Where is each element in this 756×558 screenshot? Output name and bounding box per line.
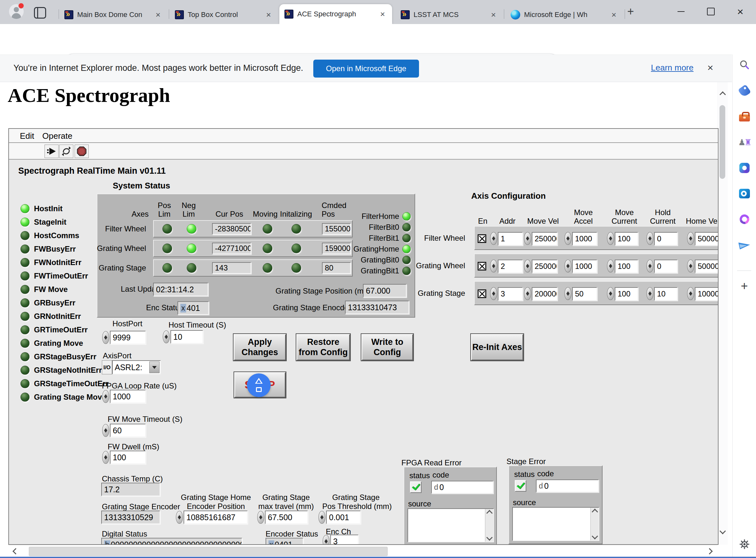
learn-more-link[interactable]: Learn more — [651, 63, 694, 73]
gs-pos-threshold-spinner[interactable] — [318, 511, 325, 524]
fpga-loop-rate-spinner[interactable] — [102, 390, 109, 403]
tab-close-icon[interactable]: × — [264, 10, 273, 20]
gs-pos-threshold-input[interactable]: 0.001 — [326, 511, 361, 524]
tab-microsoft-edge[interactable]: Microsoft Edge | Wh × — [506, 5, 623, 24]
reinit-axes-button[interactable]: Re-Init Axes — [471, 334, 523, 360]
fw-dwell-control[interactable]: 100 — [102, 451, 146, 464]
menu-operate[interactable]: Operate — [42, 131, 73, 141]
hold_current-spinner[interactable] — [646, 260, 653, 273]
hold_current-spinner[interactable] — [646, 287, 653, 300]
move_vel-input[interactable]: 250000 — [532, 260, 558, 273]
move_accel-spinner[interactable] — [564, 260, 571, 273]
move_vel-spinner[interactable] — [524, 260, 531, 273]
fw-dwell-spinner[interactable] — [102, 451, 109, 464]
banner-close-icon[interactable]: × — [704, 60, 717, 75]
fw-move-timeout-control[interactable]: 60 — [102, 424, 146, 437]
gs-pos-threshold-control[interactable]: 0.001 — [318, 511, 361, 524]
scroll-down-icon[interactable] — [486, 534, 493, 541]
shopping-icon[interactable] — [738, 85, 751, 97]
scroll-down-icon[interactable] — [720, 528, 726, 534]
addr-input[interactable]: 2 — [498, 260, 523, 273]
drop-icon[interactable] — [738, 239, 751, 251]
new-tab-button[interactable]: + — [627, 6, 634, 17]
home_vel-spinner[interactable] — [687, 287, 694, 300]
dropdown-arrow-icon[interactable] — [149, 361, 160, 373]
fw-dwell-input[interactable]: 100 — [110, 451, 146, 464]
enc-ch-control[interactable]: 3 — [323, 535, 358, 545]
tools-icon[interactable] — [738, 110, 751, 123]
move_vel-input[interactable]: 250000 — [532, 232, 558, 246]
search-icon[interactable] — [738, 59, 751, 71]
tab-close-icon[interactable]: × — [610, 10, 618, 20]
addr-input[interactable]: 3 — [498, 287, 523, 301]
menu-edit[interactable]: Edit — [20, 131, 34, 141]
fw-move-timeout-input[interactable]: 60 — [110, 424, 146, 437]
sidebar-add-icon[interactable]: + — [738, 280, 751, 292]
enable-checkbox[interactable] — [478, 234, 486, 243]
host-timeout-spinner[interactable] — [163, 330, 170, 343]
abort-button[interactable] — [75, 145, 89, 158]
run-continuous-button[interactable] — [59, 145, 73, 158]
move_current-spinner[interactable] — [607, 232, 614, 245]
tab-top-box-control[interactable]: Top Box Control × — [170, 5, 278, 24]
sidebar-settings-gear-icon[interactable] — [738, 538, 751, 550]
tab-ace-spectrograph-active[interactable]: ACE Spectrograph × — [279, 4, 392, 24]
tab-close-icon[interactable]: × — [489, 10, 498, 20]
enc-ch-input[interactable]: 3 — [330, 535, 358, 545]
hold_current-input[interactable]: 10 — [654, 287, 677, 301]
microsoft-365-icon[interactable] — [738, 162, 751, 174]
tab-close-icon[interactable]: × — [378, 9, 387, 19]
games-icon[interactable]: ♟♜ — [738, 136, 751, 148]
apply-changes-button[interactable]: Apply Changes — [234, 334, 286, 360]
write-to-config-button[interactable]: Write to Config — [361, 334, 413, 360]
run-button[interactable] — [45, 145, 59, 158]
host-timeout-control[interactable]: 10 — [163, 330, 203, 344]
axis-port-select[interactable]: ASRL2: — [112, 360, 161, 374]
fpga-loop-rate-control[interactable]: 1000 — [102, 390, 146, 403]
gs-home-enc-input[interactable]: 10885161687 — [184, 511, 248, 524]
gs-max-travel-control[interactable]: 67.500 — [257, 511, 308, 524]
horizontal-scrollbar[interactable] — [8, 545, 717, 557]
fw-move-timeout-spinner[interactable] — [102, 424, 109, 437]
gs-home-enc-spinner[interactable] — [176, 511, 183, 524]
vertical-scrollbar-thumb[interactable] — [720, 105, 725, 179]
scroll-up-icon[interactable] — [592, 509, 598, 515]
scroll-right-icon[interactable] — [706, 548, 713, 555]
addr-spinner[interactable] — [490, 287, 497, 300]
move_current-input[interactable]: 100 — [615, 232, 638, 246]
tab-main-box-dome[interactable]: Main Box Dome Con × — [59, 5, 167, 24]
move_accel-input[interactable]: 50 — [572, 287, 597, 301]
host-port-input[interactable]: 9999 — [110, 331, 146, 344]
scroll-up-icon[interactable] — [720, 91, 726, 98]
tab-actions-icon[interactable] — [34, 7, 46, 19]
home_vel-input[interactable]: 50000 — [695, 232, 719, 246]
host-port-spinner[interactable] — [102, 331, 109, 344]
loop-icon[interactable] — [738, 213, 751, 225]
enc-ch-spinner[interactable] — [323, 535, 330, 545]
scroll-left-icon[interactable] — [12, 548, 19, 555]
move_current-input[interactable]: 100 — [615, 287, 638, 301]
move_accel-input[interactable]: 1000 — [572, 232, 597, 246]
hold_current-input[interactable]: 0 — [654, 260, 677, 273]
gs-max-travel-spinner[interactable] — [257, 511, 264, 524]
addr-spinner[interactable] — [490, 232, 497, 245]
home_vel-input[interactable]: 50000 — [695, 260, 719, 273]
fpga-loop-rate-input[interactable]: 1000 — [110, 390, 146, 403]
horizontal-scrollbar-thumb[interactable] — [29, 547, 387, 556]
move_vel-spinner[interactable] — [524, 232, 531, 245]
scroll-up-icon[interactable] — [486, 510, 493, 516]
addr-spinner[interactable] — [490, 260, 497, 273]
move_accel-spinner[interactable] — [564, 287, 571, 300]
host-port-control[interactable]: 9999 — [102, 331, 146, 344]
home_vel-input[interactable]: 100000 — [695, 287, 719, 301]
restore-from-config-button[interactable]: Restore from Config — [296, 334, 350, 360]
tab-close-icon[interactable]: × — [154, 10, 162, 20]
move_current-input[interactable]: 100 — [615, 260, 638, 273]
source-scrollbar[interactable] — [485, 509, 493, 542]
enable-checkbox[interactable] — [478, 262, 486, 271]
home_vel-spinner[interactable] — [687, 232, 694, 245]
move_accel-input[interactable]: 1000 — [572, 260, 597, 273]
gs-max-travel-input[interactable]: 67.500 — [265, 511, 308, 524]
window-minimize-button[interactable] — [671, 4, 691, 19]
window-close-button[interactable]: × — [730, 4, 750, 19]
